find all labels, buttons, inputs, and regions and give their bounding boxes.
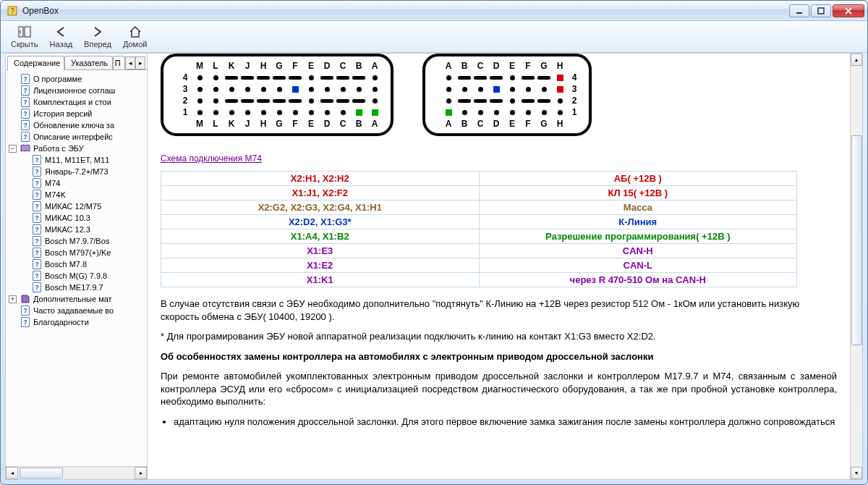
tree-item-mikas103[interactable]: ?МИКАС 10.3 xyxy=(7,212,145,224)
tree-toggle-icon[interactable]: + xyxy=(9,295,17,303)
back-button[interactable]: Назад xyxy=(44,23,79,50)
tree-item-m11[interactable]: ?M11, M11ET, M11 xyxy=(7,154,145,166)
table-row: X1:E2CAN-L xyxy=(161,258,797,273)
tree-item-extras[interactable]: +Дополнительные мат xyxy=(7,293,145,305)
tree-item-m74[interactable]: ?M74 xyxy=(7,177,145,189)
scroll-track[interactable] xyxy=(851,66,862,467)
connector-diagrams: MLKJHGFEDCBA4321MLKJHGFEDCBA ABCDEFGH432… xyxy=(161,54,837,136)
navigation-pane: Содержание Указатель П ◂ ▸ ?О программе … xyxy=(6,54,148,479)
forward-button[interactable]: Вперед xyxy=(78,23,117,50)
tree-item-bosch78[interactable]: ?Bosch M7.8 xyxy=(7,258,145,270)
svg-text:?: ? xyxy=(10,7,14,15)
table-row: X1:K1через R 470-510 Ом на CAN-H xyxy=(161,273,797,287)
close-button[interactable] xyxy=(833,4,864,17)
table-row: X2:G2, X2:G3, X2:G4, X1:H1Масса xyxy=(161,201,797,215)
app-window: ? OpenBox Скрыть Назад Вперед Домой xyxy=(0,0,868,485)
tree-item-january[interactable]: ?Январь-7.2+/M73 xyxy=(7,166,145,177)
table-row: X2:D2, X1:G3*К-Линия xyxy=(161,215,797,229)
maximize-button[interactable] xyxy=(811,4,831,17)
paragraph: * Для програмирования ЭБУ новой аппаратн… xyxy=(161,330,837,343)
scroll-thumb[interactable] xyxy=(851,135,862,345)
schema-link[interactable]: Схема подключения M74 xyxy=(161,153,262,164)
titlebar: ? OpenBox xyxy=(1,1,867,21)
tree-item-ecu[interactable]: −Работа с ЭБУ xyxy=(7,143,145,154)
scroll-left-button[interactable]: ◂ xyxy=(6,467,18,479)
scroll-track[interactable] xyxy=(18,467,135,479)
tab-scroll-left[interactable]: ◂ xyxy=(125,56,135,69)
tree-item-boschmg[interactable]: ?Bosch M(G) 7.9.8 xyxy=(7,270,145,282)
vertical-scrollbar[interactable]: ▴ ▾ xyxy=(850,54,862,479)
hide-button[interactable]: Скрыть xyxy=(5,23,44,50)
window-controls xyxy=(789,4,864,17)
tab-contents[interactable]: Содержание xyxy=(7,56,64,70)
connection-table: X2:H1, X2:H2АБ( +12В )X1:J1, X2:F2КЛ 15(… xyxy=(161,171,797,287)
section-heading: Об особенностях замены контроллера на ав… xyxy=(161,351,653,362)
client-area: Содержание Указатель П ◂ ▸ ?О программе … xyxy=(5,53,863,480)
nav-tabs: Содержание Указатель П ◂ ▸ xyxy=(6,54,147,69)
content-pane: MLKJHGFEDCBA4321MLKJHGFEDCBA ABCDEFGH432… xyxy=(148,54,850,479)
svg-rect-7 xyxy=(25,27,30,37)
scroll-up-button[interactable]: ▴ xyxy=(851,54,862,66)
tree-item-mikas123[interactable]: ?МИКАС 12.3 xyxy=(7,224,145,235)
svg-rect-3 xyxy=(818,8,824,14)
tree-item-bosch797[interactable]: ?Bosch M7.9.7/Bos xyxy=(7,235,145,247)
book-open-icon xyxy=(20,143,30,153)
tree-item-mikas12[interactable]: ?МИКАС 12/M75 xyxy=(7,201,145,212)
tree-item-interface[interactable]: ?Описание интерфейс xyxy=(7,131,145,143)
paragraph: При ремонте автомобилей укомплектованных… xyxy=(161,370,837,408)
tree-item-bundle[interactable]: ?Комплектация и стои xyxy=(7,96,145,108)
body-text: В случае отсутствия связи с ЭБУ необходи… xyxy=(161,298,837,428)
app-icon: ? xyxy=(7,5,18,17)
book-closed-icon xyxy=(20,294,30,304)
table-row: X1:J1, X2:F2КЛ 15( +12В ) xyxy=(161,186,797,201)
home-button[interactable]: Домой xyxy=(117,23,153,50)
tab-search[interactable]: П xyxy=(113,56,125,69)
home-icon xyxy=(128,25,142,39)
hide-icon xyxy=(17,25,32,39)
tree-item-faq[interactable]: ?Часто задаваемые во xyxy=(7,305,145,316)
minimize-button[interactable] xyxy=(789,4,809,17)
toolbar: Скрыть Назад Вперед Домой xyxy=(1,21,867,53)
connector-x1: MLKJHGFEDCBA4321MLKJHGFEDCBA xyxy=(161,54,393,136)
tree-item-history[interactable]: ?История версий xyxy=(7,108,145,119)
nav-horizontal-scrollbar[interactable]: ◂ ▸ xyxy=(6,466,147,479)
table-row: X1:E3CAN-H xyxy=(161,244,797,258)
list-item: адаптацию нуля положения дроссельной зас… xyxy=(174,416,837,429)
back-arrow-icon xyxy=(54,25,68,39)
scroll-thumb[interactable] xyxy=(20,468,63,478)
tree-item-m74k[interactable]: ?M74K xyxy=(7,189,145,201)
paragraph: В случае отсутствия связи с ЭБУ необходи… xyxy=(161,298,837,323)
tree-item-thanks[interactable]: ?Благодарности xyxy=(7,316,145,328)
tree-item-boschme[interactable]: ?Bosch ME17.9.7 xyxy=(7,282,145,293)
table-row: X2:H1, X2:H2АБ( +12В ) xyxy=(161,172,797,186)
tab-index[interactable]: Указатель xyxy=(64,56,113,69)
connector-x2: ABCDEFGH4321ABCDEFGH xyxy=(422,54,592,136)
tree-item-license[interactable]: ?Лицензионное соглаш xyxy=(7,85,145,96)
forward-arrow-icon xyxy=(90,25,105,39)
tab-scroll-right[interactable]: ▸ xyxy=(135,56,145,69)
tree-item-about[interactable]: ?О программе xyxy=(7,73,145,85)
contents-tree: ?О программе ?Лицензионное соглаш ?Компл… xyxy=(6,69,147,466)
scroll-right-button[interactable]: ▸ xyxy=(135,467,147,479)
window-title: OpenBox xyxy=(22,6,789,16)
table-row: X1:A4, X1:B2Разрешение программирования(… xyxy=(161,229,797,244)
tree-toggle-icon[interactable]: − xyxy=(9,145,17,153)
tree-item-keyupdate[interactable]: ?Обновление ключа за xyxy=(7,119,145,131)
scroll-down-button[interactable]: ▾ xyxy=(851,467,862,479)
tree-item-bosch797ke[interactable]: ?Bosch M797(+)/Ke xyxy=(7,247,145,258)
